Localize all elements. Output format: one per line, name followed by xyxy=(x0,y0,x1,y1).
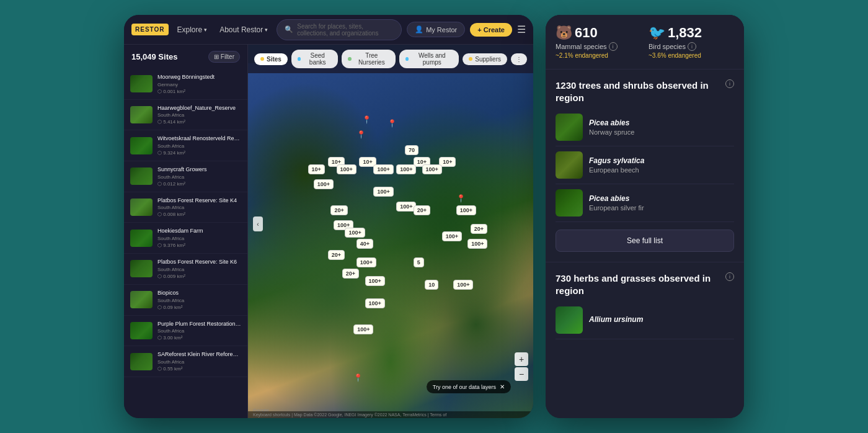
user-icon: 👤 xyxy=(415,25,423,33)
sidebar-item[interactable]: Witvoetskraal Renosterveld Restoration P… xyxy=(124,130,247,161)
map-zoom-in[interactable]: + xyxy=(515,352,528,366)
map-cluster[interactable]: 100+ xyxy=(422,164,442,174)
sidebar-item[interactable]: Hoekiesdam Farm South Africa ⬡ 9.376 km² xyxy=(124,223,247,254)
mammal-info-icon[interactable]: i xyxy=(609,42,618,51)
map-tab-suppliers[interactable]: Suppliers xyxy=(463,53,507,65)
map-pin: 📍 xyxy=(388,119,397,128)
map-tabs: Sites Seed banks Tree Nurseries Wells an… xyxy=(248,45,533,73)
bird-sub: ~3.6% endangered xyxy=(649,52,734,59)
map-cluster[interactable]: 100+ xyxy=(442,231,462,241)
mammal-sub: ~2.1% endangered xyxy=(556,52,641,59)
map-cluster[interactable]: 5 xyxy=(414,257,424,267)
tablet-device: RESTOR Explore ▾ About Restor ▾ 🔍 Search… xyxy=(124,15,533,418)
map-more-button[interactable]: ⋮ xyxy=(511,53,527,65)
map-cluster[interactable]: 100+ xyxy=(373,164,393,174)
sidebar-item[interactable]: SAReforest Klein River Reforestation Sit… xyxy=(124,346,247,377)
map-cluster[interactable]: 100+ xyxy=(373,187,393,197)
site-country: South Africa xyxy=(157,267,241,272)
map-cluster[interactable]: 70 xyxy=(405,145,418,155)
map-tab-wells[interactable]: Wells and pumps xyxy=(399,50,459,68)
site-thumbnail xyxy=(130,230,153,247)
map-cluster[interactable]: 100+ xyxy=(453,280,473,290)
trees-section-header: 1230 trees and shrubs observed in region… xyxy=(546,69,744,109)
species-item[interactable]: Fagus sylvatica European beech xyxy=(556,146,734,184)
species-common: European beech xyxy=(589,166,644,174)
site-country: South Africa xyxy=(157,359,241,365)
site-country: South Africa xyxy=(157,236,241,241)
map-collapse-arrow[interactable]: ‹ xyxy=(253,216,263,231)
map-cluster[interactable]: 20+ xyxy=(328,250,345,260)
map-cluster[interactable]: 100+ xyxy=(353,324,373,334)
map-zoom-out[interactable]: − xyxy=(515,367,528,381)
map-cluster[interactable]: 20+ xyxy=(342,269,359,279)
map-cluster[interactable]: 100+ xyxy=(356,257,376,267)
species-item[interactable]: Allium ursinum xyxy=(556,301,734,339)
map-cluster[interactable]: 100+ xyxy=(456,205,476,215)
sidebar-item[interactable]: Platbos Forest Reserve: Site K6 South Af… xyxy=(124,254,247,285)
sidebar-item[interactable]: Platbos Forest Reserve: Site K4 South Af… xyxy=(124,192,247,223)
bird-info-icon[interactable]: i xyxy=(688,42,696,51)
site-area: ⬡ 0.001 km² xyxy=(157,89,241,94)
map-cluster[interactable]: 40+ xyxy=(356,239,373,249)
herbs-section-header: 730 herbs and grasses observed in region… xyxy=(546,262,744,301)
map-cluster[interactable]: 20+ xyxy=(330,205,347,215)
sidebar-item[interactable]: Purple Plum Forest Restoration Project: … xyxy=(124,316,247,347)
sidebar-item[interactable]: Haarwegbloef_Nature_Reserve South Africa… xyxy=(124,100,247,131)
herbs-info-icon[interactable]: i xyxy=(725,272,734,281)
trees-info-icon[interactable]: i xyxy=(725,79,734,88)
sidebar-item[interactable]: Moorweg Bönningstedt Germany ⬡ 0.001 km² xyxy=(124,69,247,100)
mammal-label: Mammal species i xyxy=(556,42,641,51)
site-country: South Africa xyxy=(157,205,241,210)
sidebar-item[interactable]: Sunnycraft Growers South Africa ⬡ 0.012 … xyxy=(124,161,247,192)
create-button[interactable]: + Create xyxy=(470,23,512,37)
site-name: Witvoetskraal Renosterveld Restoration P… xyxy=(157,135,241,143)
species-common: Norway spruce xyxy=(589,128,634,136)
map-cluster[interactable]: 20+ xyxy=(471,224,487,234)
map-cluster[interactable]: 100+ xyxy=(314,179,334,189)
about-nav[interactable]: About Restor ▾ xyxy=(216,23,272,37)
search-bar[interactable]: 🔍 Search for places, sites, collections,… xyxy=(277,19,402,40)
site-thumbnail xyxy=(130,137,153,154)
seed-banks-dot xyxy=(298,57,301,61)
species-info: Allium ursinum xyxy=(589,315,643,325)
species-item[interactable]: Picea abies Norway spruce xyxy=(556,109,734,146)
map-tab-sites[interactable]: Sites xyxy=(254,53,288,65)
see-full-list-button[interactable]: See full list xyxy=(556,230,734,252)
map-footer: Keyboard shortcuts | Map Data ©2022 Goog… xyxy=(248,411,533,418)
map-cluster[interactable]: 100+ xyxy=(396,164,416,174)
species-item[interactable]: Picea abies European silver fir xyxy=(556,184,734,222)
map-tab-tree-nurseries[interactable]: Tree Nurseries xyxy=(342,50,396,68)
filter-button[interactable]: ⊞ Filter xyxy=(208,51,240,63)
site-name: SAReforest Klein River Reforestation Sit… xyxy=(157,351,241,359)
site-name: Platbos Forest Reserve: Site K6 xyxy=(157,259,241,266)
site-area: ⬡ 0.55 km² xyxy=(157,366,241,372)
map-cluster[interactable]: 10 xyxy=(425,280,438,290)
site-country: South Africa xyxy=(157,298,241,303)
sidebar-header: 15,049 Sites ⊞ Filter xyxy=(124,45,247,69)
herbs-species-list: Allium ursinum xyxy=(546,301,744,339)
bird-count: 1,832 xyxy=(668,25,702,41)
map-area[interactable]: Sites Seed banks Tree Nurseries Wells an… xyxy=(248,45,533,418)
species-thumbnail xyxy=(556,306,583,334)
map-tab-seed-banks[interactable]: Seed banks xyxy=(291,50,338,68)
tablet-header: RESTOR Explore ▾ About Restor ▾ 🔍 Search… xyxy=(124,15,533,45)
site-area: ⬡ 0.009 km² xyxy=(157,274,241,279)
map-cluster[interactable]: 100+ xyxy=(345,228,365,238)
suppliers-dot xyxy=(469,57,472,61)
sidebar-item[interactable]: Biopicos South Africa ⬡ 0.09 km² xyxy=(124,285,247,316)
explore-nav[interactable]: Explore ▾ xyxy=(174,23,211,37)
species-common: European silver fir xyxy=(589,204,644,212)
site-thumbnail xyxy=(130,322,153,339)
site-country: South Africa xyxy=(157,112,241,118)
map-cluster[interactable]: 100+ xyxy=(365,276,385,286)
site-name: Sunnycraft Growers xyxy=(157,166,241,174)
menu-button[interactable]: ☰ xyxy=(517,24,526,35)
map-cluster[interactable]: 10+ xyxy=(308,164,325,174)
map-cluster[interactable]: 100+ xyxy=(337,164,356,174)
map-cluster[interactable]: 100+ xyxy=(467,239,487,249)
map-cluster[interactable]: 20+ xyxy=(414,205,430,215)
site-info: Purple Plum Forest Restoration Project: … xyxy=(157,321,241,341)
my-restor-button[interactable]: 👤 My Restor xyxy=(407,22,465,37)
map-cluster[interactable]: 100+ xyxy=(365,298,385,308)
data-layer-close[interactable]: ✕ xyxy=(500,383,505,390)
